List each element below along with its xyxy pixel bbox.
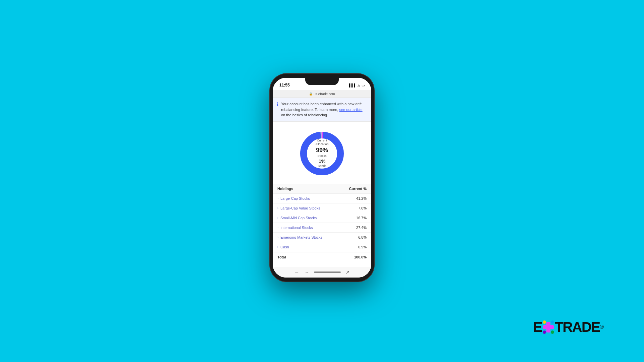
chevron-icon: ›	[277, 197, 278, 200]
holdings-footer: Total 100.0%	[273, 252, 371, 262]
status-icons: ▌▌▌ △ ▭	[349, 83, 365, 87]
chart-container: CurrentAllocation 99% Stocks 1% Bonds	[273, 122, 371, 184]
holding-name: Cash	[280, 245, 356, 249]
signal-icon: ▌▌▌	[349, 83, 356, 87]
info-link[interactable]: see our article	[339, 108, 362, 112]
table-row[interactable]: › Emerging Markets Stocks 6.8%	[273, 233, 371, 242]
share-icon[interactable]: ↗	[345, 269, 350, 275]
holding-name: Large-Cap Value Stocks	[280, 206, 356, 210]
wifi-icon: △	[358, 83, 360, 87]
donut-label: CurrentAllocation	[315, 138, 328, 146]
holdings-header: Holdings Current %	[273, 184, 371, 194]
bottom-bar: ← → ↗	[273, 267, 371, 278]
footer-value: 100.0%	[354, 255, 367, 259]
holding-value: 7.0%	[358, 206, 367, 210]
home-indicator	[314, 272, 341, 273]
table-row[interactable]: › Large-Cap Stocks 41.2%	[273, 194, 371, 203]
content-area: ℹ Your account has been enhanced with a …	[273, 98, 371, 278]
table-row[interactable]: › Small-Mid Cap Stocks 16.7%	[273, 213, 371, 223]
bottom-nav-icons: ← →	[294, 269, 309, 275]
table-row[interactable]: › Cash 0.9%	[273, 242, 371, 252]
chevron-icon: ›	[277, 206, 278, 210]
holding-name: Small-Mid Cap Stocks	[280, 216, 354, 220]
donut-chart: CurrentAllocation 99% Stocks 1% Bonds	[297, 128, 347, 179]
holdings-current-pct-label: Current %	[349, 187, 367, 191]
status-time: 11:55	[279, 83, 290, 87]
info-icon: ℹ	[277, 102, 278, 107]
info-text-after: on the basics of rebalancing.	[281, 113, 328, 117]
info-banner: ℹ Your account has been enhanced with a …	[273, 98, 371, 122]
donut-stocks-label: Stocks	[315, 154, 328, 158]
holding-name: Large-Cap Stocks	[280, 196, 354, 200]
info-text: Your account has been enhanced with a ne…	[281, 101, 367, 118]
chevron-icon: ›	[277, 236, 278, 239]
back-icon[interactable]: ←	[294, 269, 299, 275]
table-row[interactable]: › Large-Cap Value Stocks 7.0%	[273, 203, 371, 213]
forward-icon[interactable]: →	[305, 269, 309, 275]
chevron-icon: ›	[277, 245, 278, 249]
etrade-e-letter: E	[533, 319, 542, 335]
browser-url: 🔒 us.etrade.com	[309, 92, 335, 96]
chevron-icon: ›	[277, 226, 278, 229]
table-row[interactable]: › International Stocks 27.4%	[273, 223, 371, 233]
etrade-logo: E TRADE ®	[533, 319, 604, 335]
browser-bar: 🔒 us.etrade.com	[273, 90, 371, 98]
donut-stocks-percent: 99%	[315, 146, 328, 154]
footer-label: Total	[277, 255, 286, 259]
etrade-trade-text: TRADE	[555, 319, 600, 335]
holding-value: 27.4%	[356, 226, 367, 230]
donut-center-text: CurrentAllocation 99% Stocks 1% Bonds	[315, 138, 328, 168]
donut-bonds-label: Bonds	[315, 164, 328, 168]
battery-icon: ▭	[362, 83, 365, 87]
donut-bonds-percent: 1%	[315, 158, 328, 164]
phone-notch	[305, 78, 339, 85]
holdings-header-label: Holdings	[277, 187, 293, 191]
url-text: us.etrade.com	[314, 92, 335, 96]
holdings-table: Holdings Current % › Large-Cap Stocks 41…	[273, 184, 371, 262]
phone-screen: 11:55 ▌▌▌ △ ▭ 🔒 us.etrade.com ℹ	[273, 78, 371, 278]
lock-icon: 🔒	[309, 92, 313, 96]
phone-frame: 11:55 ▌▌▌ △ ▭ 🔒 us.etrade.com ℹ	[270, 74, 374, 282]
holding-value: 16.7%	[356, 216, 367, 220]
holding-name: Emerging Markets Stocks	[280, 235, 356, 239]
chevron-icon: ›	[277, 216, 278, 220]
holding-value: 0.9%	[358, 245, 367, 249]
holding-value: 41.2%	[356, 196, 367, 200]
etrade-plus-icon	[542, 320, 554, 334]
holding-name: International Stocks	[280, 226, 354, 230]
etrade-trademark: ®	[600, 324, 604, 330]
holding-value: 6.8%	[358, 235, 367, 239]
